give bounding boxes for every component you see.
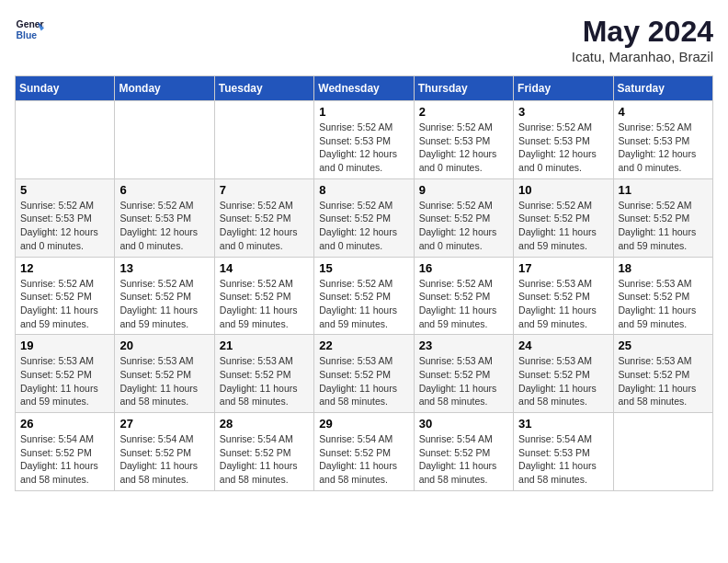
calendar-cell: 15Sunrise: 5:52 AMSunset: 5:52 PMDayligh… (314, 257, 414, 335)
day-number: 16 (419, 261, 508, 275)
calendar-cell: 19Sunrise: 5:53 AMSunset: 5:52 PMDayligh… (16, 335, 115, 413)
day-info: Sunrise: 5:53 AMSunset: 5:52 PMDaylight:… (419, 354, 508, 408)
calendar-cell: 26Sunrise: 5:54 AMSunset: 5:52 PMDayligh… (16, 413, 115, 491)
calendar-cell: 18Sunrise: 5:53 AMSunset: 5:52 PMDayligh… (613, 257, 712, 335)
day-info: Sunrise: 5:52 AMSunset: 5:53 PMDaylight:… (619, 121, 708, 175)
day-info: Sunrise: 5:52 AMSunset: 5:53 PMDaylight:… (419, 121, 508, 175)
calendar-header-row: SundayMondayTuesdayWednesdayThursdayFrid… (16, 76, 713, 101)
day-number: 19 (20, 339, 109, 352)
calendar-cell: 25Sunrise: 5:53 AMSunset: 5:52 PMDayligh… (613, 335, 712, 413)
day-info: Sunrise: 5:53 AMSunset: 5:52 PMDaylight:… (619, 277, 708, 331)
col-header-sunday: Sunday (16, 76, 115, 101)
calendar-cell: 5Sunrise: 5:52 AMSunset: 5:53 PMDaylight… (16, 178, 115, 257)
calendar-cell: 2Sunrise: 5:52 AMSunset: 5:53 PMDaylight… (414, 101, 513, 179)
title-block: May 2024 Icatu, Maranhao, Brazil (572, 15, 713, 64)
col-header-thursday: Thursday (414, 76, 513, 101)
calendar-cell: 10Sunrise: 5:52 AMSunset: 5:52 PMDayligh… (514, 178, 613, 257)
day-info: Sunrise: 5:52 AMSunset: 5:53 PMDaylight:… (319, 121, 408, 175)
calendar-cell: 11Sunrise: 5:52 AMSunset: 5:52 PMDayligh… (613, 178, 712, 257)
day-info: Sunrise: 5:52 AMSunset: 5:52 PMDaylight:… (20, 277, 109, 331)
calendar-week-row: 5Sunrise: 5:52 AMSunset: 5:53 PMDaylight… (16, 178, 713, 257)
day-number: 13 (119, 261, 209, 275)
logo: General Blue (15, 15, 44, 44)
calendar-cell: 30Sunrise: 5:54 AMSunset: 5:52 PMDayligh… (414, 413, 513, 491)
col-header-saturday: Saturday (613, 76, 712, 101)
calendar-cell (115, 101, 214, 179)
calendar-cell: 8Sunrise: 5:52 AMSunset: 5:52 PMDaylight… (314, 178, 414, 257)
calendar-cell: 9Sunrise: 5:52 AMSunset: 5:52 PMDaylight… (414, 178, 513, 257)
calendar-week-row: 26Sunrise: 5:54 AMSunset: 5:52 PMDayligh… (16, 413, 713, 491)
calendar-cell: 27Sunrise: 5:54 AMSunset: 5:52 PMDayligh… (115, 413, 214, 491)
svg-text:Blue: Blue (17, 30, 38, 40)
calendar-cell (16, 101, 115, 179)
day-number: 24 (518, 339, 608, 352)
day-number: 20 (119, 339, 209, 352)
day-number: 8 (319, 183, 408, 197)
calendar-cell: 22Sunrise: 5:53 AMSunset: 5:52 PMDayligh… (314, 335, 414, 413)
day-number: 30 (419, 417, 508, 431)
calendar-week-row: 12Sunrise: 5:52 AMSunset: 5:52 PMDayligh… (16, 257, 713, 335)
day-number: 21 (220, 339, 309, 352)
location-subtitle: Icatu, Maranhao, Brazil (572, 49, 713, 64)
day-number: 3 (518, 105, 608, 119)
calendar-table: SundayMondayTuesdayWednesdayThursdayFrid… (15, 75, 713, 491)
day-number: 29 (319, 417, 408, 431)
calendar-cell: 24Sunrise: 5:53 AMSunset: 5:52 PMDayligh… (514, 335, 613, 413)
day-info: Sunrise: 5:53 AMSunset: 5:52 PMDaylight:… (220, 354, 309, 408)
col-header-wednesday: Wednesday (314, 76, 414, 101)
calendar-cell: 4Sunrise: 5:52 AMSunset: 5:53 PMDaylight… (613, 101, 712, 179)
day-number: 22 (319, 339, 408, 352)
calendar-cell: 3Sunrise: 5:52 AMSunset: 5:53 PMDaylight… (514, 101, 613, 179)
day-info: Sunrise: 5:52 AMSunset: 5:52 PMDaylight:… (419, 277, 508, 331)
day-number: 9 (419, 183, 508, 197)
calendar-week-row: 19Sunrise: 5:53 AMSunset: 5:52 PMDayligh… (16, 335, 713, 413)
day-number: 7 (220, 183, 309, 197)
day-info: Sunrise: 5:54 AMSunset: 5:53 PMDaylight:… (518, 432, 608, 487)
day-info: Sunrise: 5:52 AMSunset: 5:52 PMDaylight:… (319, 199, 408, 253)
calendar-cell: 29Sunrise: 5:54 AMSunset: 5:52 PMDayligh… (314, 413, 414, 491)
day-number: 6 (119, 183, 209, 197)
day-info: Sunrise: 5:52 AMSunset: 5:52 PMDaylight:… (619, 199, 708, 253)
day-number: 27 (119, 417, 209, 431)
calendar-cell: 23Sunrise: 5:53 AMSunset: 5:52 PMDayligh… (414, 335, 513, 413)
calendar-cell: 17Sunrise: 5:53 AMSunset: 5:52 PMDayligh… (514, 257, 613, 335)
day-number: 5 (20, 183, 109, 197)
day-info: Sunrise: 5:52 AMSunset: 5:53 PMDaylight:… (518, 121, 608, 175)
day-info: Sunrise: 5:52 AMSunset: 5:52 PMDaylight:… (419, 199, 508, 253)
day-number: 18 (619, 261, 708, 275)
day-number: 15 (319, 261, 408, 275)
day-info: Sunrise: 5:54 AMSunset: 5:52 PMDaylight:… (419, 432, 508, 487)
day-info: Sunrise: 5:54 AMSunset: 5:52 PMDaylight:… (20, 432, 109, 487)
day-info: Sunrise: 5:52 AMSunset: 5:52 PMDaylight:… (119, 277, 209, 331)
calendar-cell: 20Sunrise: 5:53 AMSunset: 5:52 PMDayligh… (115, 335, 214, 413)
calendar-cell: 7Sunrise: 5:52 AMSunset: 5:52 PMDaylight… (214, 178, 313, 257)
day-info: Sunrise: 5:53 AMSunset: 5:52 PMDaylight:… (319, 354, 408, 408)
day-info: Sunrise: 5:52 AMSunset: 5:52 PMDaylight:… (518, 199, 608, 253)
calendar-cell (214, 101, 313, 179)
col-header-friday: Friday (514, 76, 613, 101)
day-info: Sunrise: 5:53 AMSunset: 5:52 PMDaylight:… (619, 354, 708, 408)
day-number: 10 (518, 183, 608, 197)
day-number: 31 (518, 417, 608, 431)
calendar-cell: 6Sunrise: 5:52 AMSunset: 5:53 PMDaylight… (115, 178, 214, 257)
day-number: 12 (20, 261, 109, 275)
day-number: 4 (619, 105, 708, 119)
day-info: Sunrise: 5:53 AMSunset: 5:52 PMDaylight:… (20, 354, 109, 408)
calendar-cell: 12Sunrise: 5:52 AMSunset: 5:52 PMDayligh… (16, 257, 115, 335)
day-number: 17 (518, 261, 608, 275)
col-header-tuesday: Tuesday (214, 76, 313, 101)
calendar-cell: 28Sunrise: 5:54 AMSunset: 5:52 PMDayligh… (214, 413, 313, 491)
month-year-title: May 2024 (572, 15, 713, 49)
day-info: Sunrise: 5:53 AMSunset: 5:52 PMDaylight:… (518, 277, 608, 331)
day-number: 25 (619, 339, 708, 352)
calendar-cell: 16Sunrise: 5:52 AMSunset: 5:52 PMDayligh… (414, 257, 513, 335)
page-header: General Blue May 2024 Icatu, Maranhao, B… (15, 15, 713, 64)
day-number: 14 (220, 261, 309, 275)
day-info: Sunrise: 5:54 AMSunset: 5:52 PMDaylight:… (220, 432, 309, 487)
calendar-cell: 21Sunrise: 5:53 AMSunset: 5:52 PMDayligh… (214, 335, 313, 413)
day-info: Sunrise: 5:52 AMSunset: 5:52 PMDaylight:… (220, 277, 309, 331)
day-number: 23 (419, 339, 508, 352)
day-info: Sunrise: 5:52 AMSunset: 5:53 PMDaylight:… (20, 199, 109, 253)
day-number: 28 (220, 417, 309, 431)
day-info: Sunrise: 5:54 AMSunset: 5:52 PMDaylight:… (319, 432, 408, 487)
